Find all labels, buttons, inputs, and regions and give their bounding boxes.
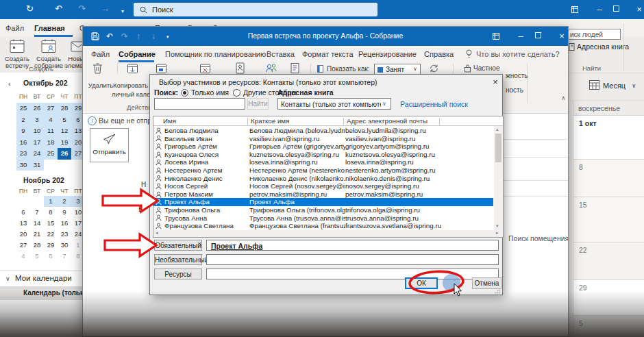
column-header-email[interactable]: Адрес электронной почты <box>347 117 428 125</box>
contact-row[interactable]: Николаенко ДенисНиколаенко Денис (nikola… <box>153 175 493 183</box>
radio-more-columns[interactable] <box>233 89 240 97</box>
mini-calendar-day[interactable]: 11 <box>44 125 58 137</box>
address-book-button[interactable]: Адресная книга <box>577 42 629 51</box>
mini-calendar-day[interactable]: 30 <box>16 160 30 171</box>
mini-calendar-day[interactable]: 7 <box>58 251 71 262</box>
scroll-down-icon[interactable]: ▾ <box>496 223 499 229</box>
grid-icon[interactable] <box>493 33 505 40</box>
address-book-dropdown[interactable]: Контакты (только этот компьютер) - i.iva… <box>277 98 391 110</box>
month-cell[interactable]: 15 <box>573 197 644 242</box>
tab-help[interactable]: Справка <box>424 50 454 58</box>
month-cell[interactable]: 8 <box>573 159 644 197</box>
month-cell[interactable]: 22 <box>573 242 644 279</box>
show-as-dropdown[interactable]: Занят ∨ <box>374 64 421 75</box>
optional-field[interactable] <box>206 254 499 265</box>
contact-row[interactable]: Кузнецова Олесяkuznetsova.olesya@ispring… <box>153 151 493 159</box>
tab-review[interactable]: Рецензирование <box>358 50 417 58</box>
mini-calendar-day[interactable]: 17 <box>30 137 44 149</box>
month-cell[interactable]: 29 <box>573 279 644 315</box>
month-cell[interactable]: 1 окт <box>573 115 644 159</box>
minimize-button[interactable]: – <box>515 31 527 41</box>
contact-row[interactable]: Проект АльфаПроект Альфа <box>153 198 493 206</box>
mini-calendar-day[interactable]: 12 <box>58 125 71 137</box>
my-calendars-label[interactable]: Мои календари <box>15 274 72 282</box>
global-search-input[interactable]: Поиск <box>134 3 377 16</box>
november-title[interactable]: Ноябрь 202 <box>23 176 64 184</box>
view-month-selector[interactable]: Месяц <box>603 82 626 90</box>
optional-button[interactable]: Необязательный <box>154 254 202 265</box>
mini-calendar-day[interactable]: 29 <box>44 240 58 251</box>
forward-calendar-icon[interactable] <box>156 62 167 74</box>
customize-qat-icon[interactable]: ▾ <box>121 6 124 17</box>
dialog-close-icon[interactable]: × <box>490 77 501 87</box>
contact-row[interactable]: Белова ЛюдмилаБелова Людмила (belova.lyu… <box>153 127 493 135</box>
mini-calendar-day[interactable]: 28 <box>30 240 44 251</box>
collapse-ribbon-icon[interactable]: ∧ <box>561 95 566 101</box>
restore-button[interactable] <box>613 5 626 12</box>
advanced-find-link[interactable]: Расширенный поиск <box>400 100 468 108</box>
mini-calendar-day[interactable]: 21 <box>30 229 44 240</box>
contact-row[interactable]: Лосева Иринаloseva.irina@ispring.rulosev… <box>153 158 493 166</box>
column-header-display-name[interactable]: Краткое имя <box>251 117 289 125</box>
mini-calendar-day[interactable]: 6 <box>16 207 30 218</box>
mini-calendar-day[interactable]: 13 <box>16 218 30 229</box>
month-cell[interactable]: 5 <box>573 315 644 337</box>
ok-button[interactable]: ОК <box>405 277 438 289</box>
contact-card-icon[interactable] <box>235 62 245 74</box>
contact-row[interactable]: Нестеренко АртемНестеренко Артем (nester… <box>153 166 493 175</box>
restore-button[interactable] <box>535 32 547 38</box>
tab-file[interactable]: Файл <box>91 50 110 58</box>
undo-icon[interactable]: ↶ <box>55 3 62 14</box>
send-receive-icon[interactable]: ↻ <box>26 3 34 14</box>
mini-calendar-day[interactable]: 6 <box>44 251 58 262</box>
mini-calendar-day[interactable]: 8 <box>44 207 58 218</box>
required-field[interactable]: Проект Альфа <box>206 240 499 251</box>
mini-calendar-day[interactable]: 30 <box>58 240 71 251</box>
attendee-search-input[interactable] <box>154 98 245 110</box>
recurrence-icon[interactable] <box>428 63 440 74</box>
scroll-right-icon[interactable]: ▸ <box>496 230 499 236</box>
room-finder-button[interactable]: Поиск помещения <box>508 234 569 242</box>
radio-name-only[interactable] <box>181 89 188 97</box>
mini-calendar-day[interactable]: 23 <box>16 148 30 160</box>
mini-calendar-day[interactable]: 2 <box>58 196 71 207</box>
contact-row[interactable]: Трифонова ОльгаТрифонова Ольга (trifonov… <box>153 206 493 214</box>
send-button[interactable]: Отправить <box>90 128 129 162</box>
contact-row[interactable]: Трусова АннаТрусова Анна (trusova.anna@i… <box>153 214 493 223</box>
low-importance-label-stub[interactable]: ность <box>506 86 523 94</box>
mini-calendar-day[interactable]: 24 <box>30 148 44 160</box>
chevron-down-icon[interactable]: ∨ <box>5 275 10 282</box>
mini-calendar-day[interactable]: 31 <box>30 160 44 171</box>
mini-calendar-day[interactable]: 15 <box>44 218 58 229</box>
mini-calendar-day[interactable]: 25 <box>44 148 58 160</box>
mini-calendar-day[interactable]: 20 <box>16 229 30 240</box>
mini-calendar-day[interactable]: 14 <box>30 218 44 229</box>
mini-calendar-day[interactable]: 10 <box>30 125 44 137</box>
attendees-icon[interactable] <box>265 62 277 74</box>
mini-calendar-day[interactable]: 27 <box>16 240 30 251</box>
mini-calendar-day[interactable]: 4 <box>44 114 58 126</box>
tab-format-text[interactable]: Формат текста <box>302 50 354 58</box>
mini-calendar-day[interactable]: 4 <box>16 251 30 262</box>
tab-scheduling-assistant[interactable]: Помощник по планированию <box>165 50 266 58</box>
mini-calendar-day[interactable]: 5 <box>30 251 44 262</box>
contact-row[interactable]: Григорьев АртёмГригорьев Артём (grigorye… <box>153 142 493 151</box>
mini-calendar-day[interactable]: 25 <box>16 103 30 114</box>
tab-meeting[interactable]: Собрание <box>119 50 156 58</box>
scroll-left-icon[interactable]: ◂ <box>156 230 158 236</box>
close-button[interactable]: × <box>556 31 568 41</box>
contact-row[interactable]: Французова СветланаФранцузова Светлана (… <box>153 222 493 230</box>
tab-insert[interactable]: Вставка <box>267 50 295 58</box>
tab-home[interactable]: Главная <box>34 24 65 32</box>
vertical-scrollbar[interactable]: ▴ ▾ <box>494 126 503 230</box>
horizontal-scrollbar[interactable]: ◂ ▸ <box>153 230 503 237</box>
mini-calendar-day[interactable]: 26 <box>30 103 44 114</box>
mini-calendar-day[interactable]: 7 <box>30 207 44 218</box>
delete-icon[interactable] <box>92 63 103 74</box>
mini-calendar-day[interactable]: 2 <box>16 114 30 126</box>
scroll-up-icon[interactable]: ▴ <box>496 127 499 132</box>
mini-calendar-day[interactable]: 22 <box>44 229 58 240</box>
mini-calendar-day[interactable]: 3 <box>30 114 44 126</box>
mini-calendar-day[interactable]: 26 <box>58 148 71 160</box>
grid-icon[interactable] <box>571 6 584 13</box>
